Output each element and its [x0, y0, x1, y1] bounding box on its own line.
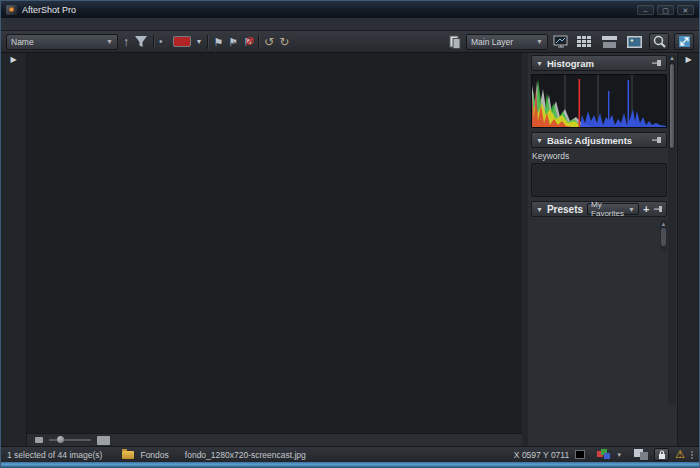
presets-header[interactable]: ▼ Presets My Favorites▼ +: [531, 201, 667, 217]
toolbar-separator: [258, 35, 259, 49]
collapse-caret-icon[interactable]: ▼: [536, 60, 543, 67]
keywords-label: Keywords: [532, 151, 667, 161]
scroll-up-icon[interactable]: ▲: [668, 55, 676, 62]
sort-direction-icon[interactable]: ↑: [123, 34, 129, 50]
app-icon: [6, 5, 17, 15]
thumbnail-view-icon[interactable]: [574, 33, 594, 50]
left-tab-strip: ▶: [1, 53, 27, 446]
rotate-right-icon[interactable]: ↻: [279, 34, 289, 50]
keywords-input[interactable]: [531, 163, 667, 197]
toolbar-separator: [207, 35, 208, 49]
histogram-canvas: [531, 74, 667, 128]
warning-icon[interactable]: ⚠: [675, 448, 685, 461]
scrollbar-thumb[interactable]: [669, 63, 675, 149]
image-view-icon[interactable]: [624, 33, 644, 50]
filter-funnel-icon[interactable]: [134, 35, 148, 48]
flag-reject-icon[interactable]: ⚑✕: [228, 34, 238, 50]
rotate-left-icon[interactable]: ↺: [264, 34, 274, 50]
cursor-coordinates: X 0597 Y 0711: [514, 450, 569, 460]
minimize-button[interactable]: –: [637, 5, 654, 15]
right-tab-strip: ▶: [677, 53, 699, 446]
dual-monitor-icon[interactable]: [553, 35, 569, 48]
collapse-left-panel-icon[interactable]: ▶: [1, 53, 26, 66]
basic-adjustments-title: Basic Adjustments: [547, 135, 632, 146]
selection-count: 1 selected of 44 image(s): [7, 450, 102, 460]
panel-scrollbar[interactable]: ▲: [668, 55, 676, 405]
current-filename: fondo_1280x720-screencast.jpg: [185, 450, 306, 460]
right-panel: ▼ Histogram ▼ Basic Adjustments Keywor: [528, 53, 677, 446]
chevron-down-icon: ▼: [536, 38, 543, 45]
histogram-title: Histogram: [547, 58, 594, 69]
thumbnail-grid: [27, 53, 522, 433]
rating-none-icon[interactable]: •: [159, 36, 163, 47]
title-bar: AfterShot Pro – ▢ ✕: [1, 1, 699, 18]
sort-field-dropdown[interactable]: Name▼: [6, 34, 118, 50]
flag-clear-icon[interactable]: ⚑: [243, 34, 253, 50]
thumbnail-size-slider[interactable]: [49, 439, 91, 441]
filmstrip-view-icon[interactable]: [599, 33, 619, 50]
app-window: AfterShot Pro – ▢ ✕ Name▼ ↑ • ▼ ⚑ ⚑✕ ⚑ ↺…: [0, 0, 700, 468]
toolbar-separator: [153, 35, 154, 49]
magnifier-icon[interactable]: [649, 33, 669, 50]
scrollbar-thumb[interactable]: [661, 228, 666, 246]
window-title: AfterShot Pro: [22, 5, 76, 15]
close-button[interactable]: ✕: [677, 5, 694, 15]
maximize-button[interactable]: ▢: [657, 5, 674, 15]
presets-title: Presets: [547, 204, 583, 215]
window-frame-bottom: [1, 462, 699, 468]
fullscreen-icon[interactable]: [674, 33, 694, 50]
large-thumbnails-icon[interactable]: [97, 436, 110, 445]
collapse-right-panel-icon[interactable]: ▶: [678, 53, 699, 66]
copy-settings-icon[interactable]: [448, 35, 461, 49]
presets-scrollbar[interactable]: ▲: [660, 220, 667, 251]
menu-bar: [1, 18, 699, 31]
resize-grip[interactable]: [691, 451, 693, 459]
basic-adjustments-header[interactable]: ▼ Basic Adjustments: [531, 132, 667, 148]
add-preset-button[interactable]: +: [643, 203, 649, 215]
chevron-down-icon[interactable]: ▼: [616, 452, 622, 458]
toolbar: Name▼ ↑ • ▼ ⚑ ⚑✕ ⚑ ↺ ↻ Main Layer▼: [1, 31, 699, 53]
chevron-down-icon: ▼: [628, 206, 635, 213]
soft-proof-icon[interactable]: [634, 449, 648, 460]
pin-icon[interactable]: [653, 205, 662, 213]
pin-icon[interactable]: [651, 59, 662, 67]
slider-handle[interactable]: [57, 436, 64, 443]
presets-favorites-dropdown[interactable]: My Favorites▼: [587, 203, 639, 215]
folder-icon: [122, 451, 134, 459]
histogram-header[interactable]: ▼ Histogram: [531, 55, 667, 71]
status-bar: 1 selected of 44 image(s) Fondos fondo_1…: [1, 446, 699, 462]
pin-icon[interactable]: [651, 136, 662, 144]
lock-button[interactable]: [654, 448, 669, 461]
collapse-caret-icon[interactable]: ▼: [536, 137, 543, 144]
color-label-caret-icon[interactable]: ▼: [196, 34, 203, 50]
small-thumbnails-icon[interactable]: [35, 437, 43, 443]
flag-pick-icon[interactable]: ⚑: [213, 34, 223, 50]
chevron-down-icon: ▼: [106, 38, 113, 45]
scroll-up-icon[interactable]: ▲: [660, 220, 667, 228]
collapse-caret-icon[interactable]: ▼: [536, 206, 543, 213]
sampled-color-swatch: [575, 450, 585, 459]
current-folder[interactable]: Fondos: [140, 450, 168, 460]
presets-list: ▲: [531, 220, 667, 251]
layer-dropdown[interactable]: Main Layer▼: [466, 34, 548, 50]
color-label-swatch[interactable]: [173, 36, 191, 47]
color-management-icon[interactable]: [597, 449, 610, 460]
thumbnail-zoom-bar: [27, 433, 522, 446]
